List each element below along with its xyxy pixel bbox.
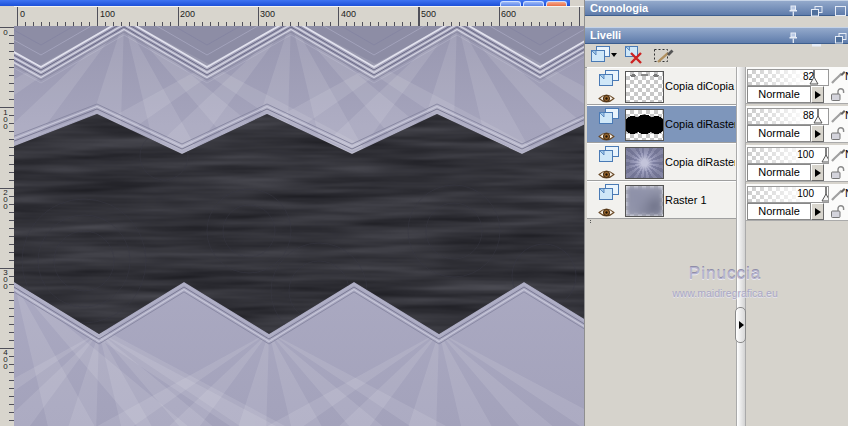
brush-link-icon[interactable] — [831, 186, 846, 205]
watermark-name: Pinuccia — [585, 264, 848, 284]
vertical-ruler[interactable]: 0 100 200 300 400 — [0, 26, 15, 426]
layer-controls-row: 88 N Normale — [746, 106, 848, 143]
brush-link-icon[interactable] — [831, 108, 846, 127]
blend-mode-select[interactable]: Normale — [747, 125, 811, 142]
layer-controls: 82 N Normale 88 — [746, 67, 848, 223]
opacity-value: 100 — [797, 188, 814, 199]
ruler-label: 200 — [180, 9, 195, 19]
layer-thumbnail — [625, 185, 664, 217]
canvas-image[interactable] — [14, 26, 584, 426]
pin-icon[interactable] — [788, 3, 800, 14]
brush-link-icon[interactable] — [831, 147, 846, 166]
layer-list: Copia diCopia diRas Copia diRaster 1 — [587, 67, 736, 223]
layer-name: Copia diRaster 1 — [665, 156, 735, 168]
opacity-slider-thumb[interactable] — [821, 187, 829, 203]
opacity-value: 100 — [797, 149, 814, 160]
opacity-slider[interactable]: 82 — [747, 69, 829, 86]
panel-title: Cronologia — [590, 2, 648, 14]
ruler-label: 100 — [100, 9, 115, 19]
edit-selection-icon[interactable] — [653, 46, 675, 69]
ruler-label: 300 — [1, 268, 9, 289]
psp-workspace: 0 100 200 300 400 500 600 0 100 200 300 … — [0, 0, 848, 426]
ruler-label: 400 — [1, 348, 9, 369]
panel-title: Livelli — [590, 29, 621, 41]
layer-name: Raster 1 — [665, 194, 735, 206]
collapse-arrow-icon — [739, 321, 748, 329]
lock-transparency-icon[interactable] — [830, 87, 845, 106]
ruler-label: 200 — [1, 188, 9, 209]
blend-mode-value: Normale — [758, 127, 800, 139]
blend-dropdown-button[interactable] — [811, 86, 824, 103]
layer-controls-row: 100 N Normale — [746, 184, 848, 221]
layer-row[interactable]: Copia diCopia diRas — [587, 67, 736, 105]
layer-pages-icon — [598, 184, 620, 206]
blend-mode-value: Normale — [758, 88, 800, 100]
dropdown-arrow-icon — [815, 130, 825, 138]
ruler-label: 400 — [341, 9, 356, 19]
layer-pages-icon — [598, 146, 620, 168]
layer-row[interactable]: Copia diRaster 1 — [587, 143, 736, 181]
ruler-label: 0 — [20, 9, 25, 19]
layer-thumbnail — [625, 71, 664, 103]
layer-name: Copia diRaster 1 — [665, 118, 735, 130]
visibility-eye-icon[interactable] — [598, 204, 615, 222]
pin-icon[interactable] — [788, 30, 800, 41]
splitter-collapse-handle[interactable] — [735, 307, 746, 343]
lock-transparency-icon[interactable] — [830, 126, 845, 145]
layer-controls-row: 100 N Normale — [746, 145, 848, 182]
layer-row-selected[interactable]: Copia diRaster 1 — [587, 105, 736, 143]
lock-transparency-icon[interactable] — [830, 204, 845, 223]
lock-transparency-icon[interactable] — [830, 165, 845, 184]
opacity-slider-thumb[interactable] — [813, 109, 823, 125]
blend-mode-select[interactable]: Normale — [747, 164, 811, 181]
dropdown-arrow-icon — [815, 208, 825, 216]
brush-link-icon[interactable] — [831, 69, 846, 88]
opacity-value: 88 — [803, 110, 814, 121]
ruler-corner-box — [0, 6, 15, 27]
zigzag-artwork — [14, 26, 584, 426]
ruler-label: 500 — [421, 9, 436, 19]
ruler-label: 300 — [260, 9, 275, 19]
delete-layer-icon[interactable] — [623, 46, 645, 69]
close-box-icon[interactable] — [835, 3, 847, 14]
docked-palettes-panel: Cronologia Livelli — [584, 0, 848, 426]
layer-pages-icon — [598, 70, 620, 92]
blend-mode-select[interactable]: Normale — [747, 203, 811, 220]
blend-dropdown-button[interactable] — [811, 164, 824, 181]
dropdown-arrow-icon — [815, 91, 825, 99]
dropdown-arrow-icon — [815, 169, 825, 177]
layer-thumbnail — [625, 109, 664, 141]
layer-name: Copia diCopia diRas — [665, 80, 735, 92]
layer-row[interactable]: Raster 1 — [587, 181, 736, 219]
ruler-label: 600 — [501, 9, 516, 19]
blend-dropdown-button[interactable] — [811, 125, 824, 142]
cronologia-panel-titlebar[interactable]: Cronologia — [585, 0, 848, 16]
opacity-slider[interactable]: 88 — [747, 108, 829, 125]
float-panel-icon[interactable] — [835, 30, 847, 41]
ruler-label: 0 — [1, 28, 9, 35]
opacity-slider-thumb[interactable] — [809, 70, 819, 86]
ruler-label: 100 — [1, 108, 9, 129]
layer-pages-icon — [598, 108, 620, 130]
blend-dropdown-button[interactable] — [811, 203, 824, 220]
layer-thumbnail — [625, 147, 664, 179]
horizontal-ruler[interactable]: 0 100 200 300 400 500 600 — [14, 6, 584, 28]
blend-mode-value: Normale — [758, 166, 800, 178]
palette-splitter[interactable] — [736, 67, 746, 426]
watermark-site: www.maidiregrafica.eu — [585, 287, 848, 299]
livelli-panel-titlebar[interactable]: Livelli — [585, 27, 848, 44]
blend-mode-select[interactable]: Normale — [747, 86, 811, 103]
opacity-slider[interactable]: 100 — [747, 147, 829, 164]
blend-mode-value: Normale — [758, 205, 800, 217]
watermark: Pinuccia www.maidiregrafica.eu — [585, 264, 848, 299]
layer-controls-row: 82 N Normale — [746, 67, 848, 104]
opacity-slider-thumb[interactable] — [821, 148, 829, 164]
layers-toolbar — [585, 44, 848, 68]
opacity-slider[interactable]: 100 — [747, 186, 829, 203]
float-panel-icon[interactable] — [811, 3, 823, 14]
new-layer-icon[interactable] — [590, 46, 618, 69]
